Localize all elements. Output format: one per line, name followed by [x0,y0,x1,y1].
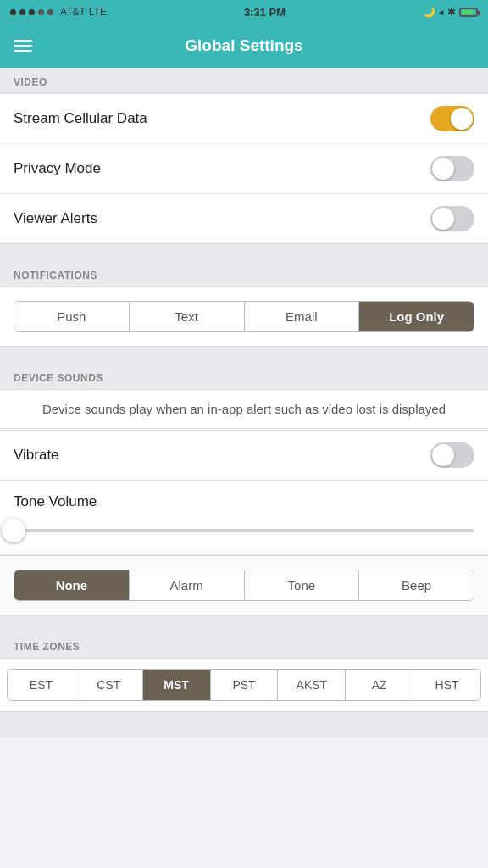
vibrate-label: Vibrate [14,447,59,464]
tz-cst-button[interactable]: CST [75,670,143,700]
page-title: Global Settings [185,36,302,55]
sound-none-button[interactable]: None [14,570,130,600]
signal-dot-5 [47,9,53,15]
carrier-label: AT&T [60,6,86,18]
signal-dot-3 [29,9,35,15]
privacy-mode-row: Privacy Mode [0,144,488,194]
sound-alarm-button[interactable]: Alarm [130,570,245,600]
tz-pst-button[interactable]: PST [211,670,279,700]
notif-logonly-button[interactable]: Log Only [359,302,474,331]
app-header: Global Settings [0,24,488,68]
tone-volume-label: Tone Volume [0,481,488,510]
tz-akst-button[interactable]: AKST [278,670,346,700]
privacy-mode-toggle[interactable] [430,156,474,181]
status-bar: AT&T LTE 3:31 PM 🌙 ◂ ✱ [0,0,488,24]
stream-cellular-row: Stream Cellular Data [0,94,488,144]
time-zones-section-label: TIME ZONES [0,632,488,658]
signal-dot-1 [10,9,16,15]
sound-type-segmented: None Alarm Tone Beep [14,570,474,601]
notif-text-button[interactable]: Text [130,302,245,331]
time-zones-wrapper: EST CST MST PST AKST AZ HST [0,658,488,712]
moon-icon: 🌙 [423,6,435,18]
location-icon: ◂ [439,7,444,18]
stream-cellular-label: Stream Cellular Data [14,110,147,127]
video-settings-group: Stream Cellular Data Privacy Mode Viewer… [0,93,488,244]
bottom-spacer [0,712,488,737]
notifications-section-label: NOTIFICATIONS [0,261,488,287]
volume-slider-thumb[interactable] [2,519,25,542]
viewer-alerts-label: Viewer Alerts [14,210,97,227]
status-left: AT&T LTE [10,6,107,18]
viewer-alerts-row: Viewer Alerts [0,194,488,243]
device-sounds-description: Device sounds play when an in-app alert … [0,389,488,429]
battery-icon [459,8,478,17]
tz-az-button[interactable]: AZ [346,670,413,700]
viewer-alerts-toggle[interactable] [430,206,474,231]
tz-est-button[interactable]: EST [8,670,75,700]
menu-button[interactable] [14,40,32,52]
tz-mst-button[interactable]: MST [143,670,211,700]
tz-hst-button[interactable]: HST [413,670,480,700]
vibrate-group: Vibrate [0,430,488,481]
vibrate-toggle[interactable] [430,442,474,468]
volume-slider-track[interactable] [14,529,474,532]
bluetooth-icon: ✱ [447,6,456,18]
privacy-mode-label: Privacy Mode [14,160,101,177]
sound-tone-button[interactable]: Tone [245,570,360,600]
slider-wrapper [0,510,488,554]
device-sounds-section-label: DEVICE SOUNDS [0,364,488,389]
status-right: 🌙 ◂ ✱ [423,6,478,18]
signal-dot-2 [19,9,25,15]
video-section-label: VIDEO [0,68,488,93]
tone-volume-section: Tone Volume [0,481,488,555]
signal-dot-4 [38,9,44,15]
network-type-label: LTE [89,6,107,18]
notif-email-button[interactable]: Email [245,302,360,331]
spacer-3 [0,615,488,632]
spacer-1 [0,244,488,261]
sound-type-wrapper: None Alarm Tone Beep [0,556,488,615]
sound-beep-button[interactable]: Beep [359,570,474,600]
notif-push-button[interactable]: Push [14,302,130,331]
notifications-segmented: Push Text Email Log Only [14,301,474,332]
status-time: 3:31 PM [244,6,286,19]
spacer-2 [0,347,488,364]
vibrate-row: Vibrate [0,431,488,480]
time-zones-segmented: EST CST MST PST AKST AZ HST [7,669,481,701]
notifications-wrapper: Push Text Email Log Only [0,287,488,347]
stream-cellular-toggle[interactable] [430,106,474,131]
